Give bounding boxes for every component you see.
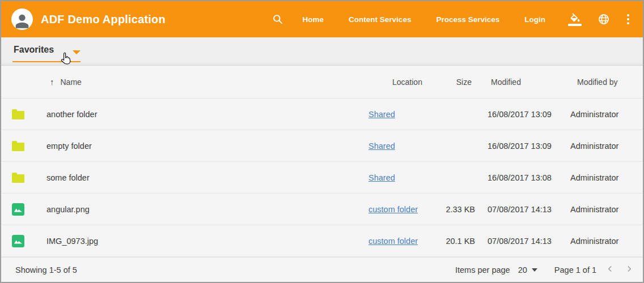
cell-name[interactable]: empty folder: [35, 142, 363, 151]
folder-icon: [1, 173, 35, 183]
search-icon[interactable]: [270, 11, 286, 27]
location-link[interactable]: Shared: [368, 142, 395, 151]
tab-favorites[interactable]: Favorites: [14, 45, 54, 55]
cell-modified-by: Administrator: [564, 173, 643, 182]
table-header-row: ↑ Name Location Size Modified Modified b…: [1, 66, 643, 98]
cell-size: 2.33 KB: [437, 205, 481, 214]
person-icon: [12, 11, 32, 30]
tab-dropdown-caret-icon[interactable]: [73, 50, 80, 54]
nav-process-services[interactable]: Process Services: [436, 15, 499, 24]
location-link[interactable]: Shared: [368, 110, 395, 119]
column-header-modified-by[interactable]: Modified by: [564, 78, 643, 87]
cell-modified-by: Administrator: [564, 142, 643, 151]
table-row[interactable]: some folder Shared 16/08/2017 13:08 Admi…: [1, 162, 643, 194]
cell-name[interactable]: some folder: [35, 173, 363, 182]
cell-modified: 07/08/2017 14:13: [481, 205, 564, 214]
active-tab-underline: [12, 61, 80, 62]
next-page-button[interactable]: [624, 263, 635, 276]
cell-modified: 16/08/2017 13:09: [481, 142, 564, 151]
location-link[interactable]: custom folder: [368, 205, 418, 214]
nav-login[interactable]: Login: [524, 15, 545, 24]
nav-content-services[interactable]: Content Services: [349, 15, 411, 24]
app-header: ADF Demo Application Home Content Servic…: [1, 1, 643, 37]
app-window: ADF Demo Application Home Content Servic…: [0, 0, 644, 283]
column-header-name[interactable]: ↑ Name: [35, 77, 363, 87]
folder-icon: [1, 141, 35, 151]
previous-page-button[interactable]: [604, 263, 616, 276]
cell-name[interactable]: another folder: [35, 110, 363, 119]
table-row[interactable]: empty folder Shared 16/08/2017 13:09 Adm…: [1, 130, 643, 162]
showing-range-label: Showing 1-5 of 5: [15, 265, 77, 275]
tab-bar: Favorites: [1, 37, 643, 66]
more-vert-icon[interactable]: [624, 13, 633, 25]
cell-name[interactable]: IMG_0973.jpg: [35, 237, 363, 246]
cell-modified: 07/08/2017 14:13: [481, 237, 564, 246]
cell-modified-by: Administrator: [564, 110, 643, 119]
folder-icon: [1, 109, 35, 119]
location-link[interactable]: Shared: [368, 173, 395, 182]
cell-modified: 16/08/2017 13:09: [481, 110, 564, 119]
language-globe-icon[interactable]: [595, 11, 612, 28]
items-per-page-label: Items per page: [455, 265, 510, 275]
column-header-modified[interactable]: Modified: [481, 78, 564, 87]
cell-modified-by: Administrator: [564, 205, 643, 214]
nav-home[interactable]: Home: [303, 15, 324, 24]
column-header-location[interactable]: Location: [363, 78, 437, 87]
column-header-size[interactable]: Size: [437, 78, 481, 87]
mouse-hand-cursor: [60, 52, 73, 66]
table-row[interactable]: another folder Shared 16/08/2017 13:09 A…: [1, 98, 643, 130]
table-row[interactable]: angular.png custom folder 2.33 KB 07/08/…: [1, 194, 643, 225]
location-link[interactable]: custom folder: [368, 237, 418, 246]
app-title: ADF Demo Application: [41, 13, 166, 26]
document-list: ↑ Name Location Size Modified Modified b…: [1, 66, 643, 257]
cell-modified: 16/08/2017 13:08: [481, 173, 564, 182]
cell-name[interactable]: angular.png: [35, 205, 363, 214]
table-row[interactable]: IMG_0973.jpg custom folder 20.1 KB 07/08…: [1, 225, 643, 257]
cell-modified-by: Administrator: [564, 237, 643, 246]
dropdown-caret-icon: [532, 268, 537, 272]
cell-size: 20.1 KB: [437, 237, 481, 246]
pagination-bar: Showing 1-5 of 5 Items per page 20 Page …: [1, 257, 643, 282]
theme-color-bar: [568, 24, 582, 26]
items-per-page-select[interactable]: 20: [518, 265, 537, 275]
page-label: Page 1 of 1: [554, 265, 596, 275]
main-nav: Home Content Services Process Services L…: [303, 15, 545, 24]
image-file-icon: [1, 203, 35, 216]
color-fill-icon[interactable]: [566, 11, 584, 28]
avatar[interactable]: [11, 8, 33, 30]
sort-asc-icon: ↑: [50, 77, 54, 87]
image-file-icon: [1, 235, 35, 247]
